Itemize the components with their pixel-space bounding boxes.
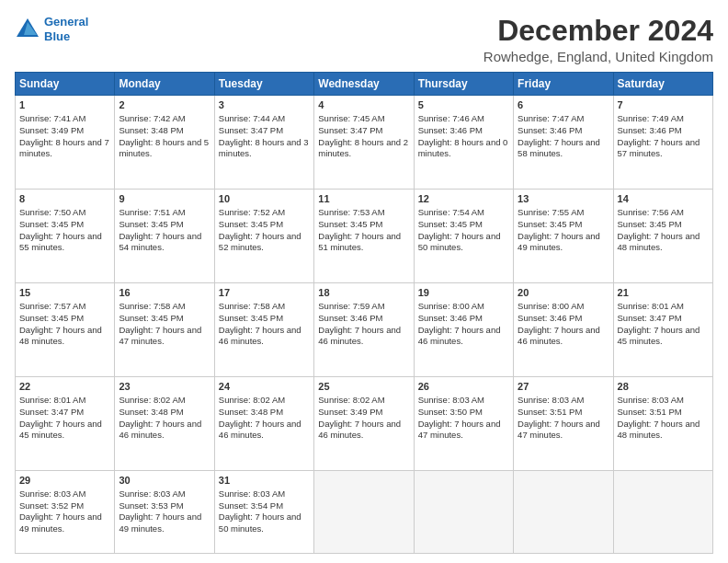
- daylight-text: Daylight: 7 hours and 58 minutes.: [518, 137, 600, 159]
- calendar-cell: [613, 471, 712, 554]
- daylight-text: Daylight: 8 hours and 2 minutes.: [318, 137, 408, 159]
- calendar-cell: 15Sunrise: 7:57 AMSunset: 3:45 PMDayligh…: [16, 283, 115, 377]
- calendar-cell: 7Sunrise: 7:49 AMSunset: 3:46 PMDaylight…: [613, 96, 712, 190]
- calendar-cell: 30Sunrise: 8:03 AMSunset: 3:53 PMDayligh…: [115, 471, 214, 554]
- sunset-text: Sunset: 3:48 PM: [219, 407, 283, 417]
- sunset-text: Sunset: 3:47 PM: [19, 407, 84, 417]
- calendar-cell: 5Sunrise: 7:46 AMSunset: 3:46 PMDaylight…: [414, 96, 513, 190]
- day-number: 28: [618, 380, 709, 394]
- calendar-cell: 21Sunrise: 8:01 AMSunset: 3:47 PMDayligh…: [613, 283, 712, 377]
- sunset-text: Sunset: 3:47 PM: [219, 125, 283, 135]
- day-number: 20: [518, 286, 609, 300]
- sunrise-text: Sunrise: 7:42 AM: [119, 113, 185, 123]
- day-number: 22: [19, 380, 110, 394]
- day-number: 24: [219, 380, 310, 394]
- sunset-text: Sunset: 3:51 PM: [618, 407, 682, 417]
- calendar-cell: [514, 471, 613, 554]
- daylight-text: Daylight: 8 hours and 0 minutes.: [418, 137, 508, 159]
- day-number: 29: [19, 474, 110, 488]
- day-number: 18: [318, 286, 409, 300]
- calendar-cell: 24Sunrise: 8:02 AMSunset: 3:48 PMDayligh…: [214, 377, 313, 471]
- sunset-text: Sunset: 3:47 PM: [318, 125, 382, 135]
- sunset-text: Sunset: 3:46 PM: [518, 313, 582, 323]
- daylight-text: Daylight: 8 hours and 5 minutes.: [119, 137, 209, 159]
- calendar-header-row: SundayMondayTuesdayWednesdayThursdayFrid…: [16, 73, 713, 96]
- sunrise-text: Sunrise: 7:59 AM: [318, 301, 384, 311]
- calendar-cell: 31Sunrise: 8:03 AMSunset: 3:54 PMDayligh…: [214, 471, 313, 554]
- week-row-3: 15Sunrise: 7:57 AMSunset: 3:45 PMDayligh…: [16, 283, 713, 377]
- day-number: 16: [119, 286, 210, 300]
- sunrise-text: Sunrise: 7:57 AM: [19, 301, 85, 311]
- daylight-text: Daylight: 8 hours and 7 minutes.: [19, 137, 109, 159]
- sunrise-text: Sunrise: 8:02 AM: [318, 395, 384, 405]
- daylight-text: Daylight: 7 hours and 47 minutes.: [119, 325, 201, 347]
- logo-line2: Blue: [44, 29, 70, 43]
- sunrise-text: Sunrise: 7:53 AM: [318, 207, 384, 217]
- sunrise-text: Sunrise: 7:50 AM: [19, 207, 85, 217]
- sunset-text: Sunset: 3:51 PM: [518, 407, 582, 417]
- column-header-friday: Friday: [514, 73, 613, 96]
- calendar-cell: 29Sunrise: 8:03 AMSunset: 3:52 PMDayligh…: [16, 471, 115, 554]
- daylight-text: Daylight: 7 hours and 46 minutes.: [219, 325, 301, 347]
- calendar-cell: 11Sunrise: 7:53 AMSunset: 3:45 PMDayligh…: [314, 190, 414, 283]
- sunrise-text: Sunrise: 8:03 AM: [618, 395, 684, 405]
- calendar-cell: 1Sunrise: 7:41 AMSunset: 3:49 PMDaylight…: [16, 96, 115, 190]
- calendar-cell: 20Sunrise: 8:00 AMSunset: 3:46 PMDayligh…: [514, 283, 613, 377]
- sunset-text: Sunset: 3:48 PM: [119, 125, 183, 135]
- day-number: 23: [119, 380, 210, 394]
- sunset-text: Sunset: 3:45 PM: [618, 219, 682, 229]
- sunset-text: Sunset: 3:45 PM: [119, 313, 183, 323]
- day-number: 2: [119, 98, 210, 112]
- calendar-cell: 13Sunrise: 7:55 AMSunset: 3:45 PMDayligh…: [514, 190, 613, 283]
- day-number: 10: [219, 192, 310, 206]
- sunrise-text: Sunrise: 8:00 AM: [418, 301, 484, 311]
- page: General Blue December 2024 Rowhedge, Eng…: [0, 0, 728, 563]
- sunset-text: Sunset: 3:45 PM: [318, 219, 382, 229]
- sunset-text: Sunset: 3:45 PM: [219, 219, 283, 229]
- calendar-cell: 25Sunrise: 8:02 AMSunset: 3:49 PMDayligh…: [314, 377, 414, 471]
- day-number: 19: [418, 286, 509, 300]
- daylight-text: Daylight: 7 hours and 48 minutes.: [19, 325, 102, 347]
- logo-text: General Blue: [44, 15, 88, 43]
- daylight-text: Daylight: 7 hours and 46 minutes.: [318, 325, 401, 347]
- daylight-text: Daylight: 7 hours and 46 minutes.: [119, 419, 201, 441]
- day-number: 9: [119, 192, 210, 206]
- daylight-text: Daylight: 7 hours and 51 minutes.: [318, 231, 401, 253]
- day-number: 13: [518, 192, 609, 206]
- sunset-text: Sunset: 3:46 PM: [418, 125, 483, 135]
- day-number: 27: [518, 380, 609, 394]
- calendar-cell: 22Sunrise: 8:01 AMSunset: 3:47 PMDayligh…: [16, 377, 115, 471]
- calendar-cell: 8Sunrise: 7:50 AMSunset: 3:45 PMDaylight…: [16, 190, 115, 283]
- sunrise-text: Sunrise: 7:56 AM: [618, 207, 684, 217]
- column-header-saturday: Saturday: [613, 73, 712, 96]
- daylight-text: Daylight: 7 hours and 46 minutes.: [518, 325, 600, 347]
- day-number: 31: [219, 474, 310, 488]
- calendar-cell: 4Sunrise: 7:45 AMSunset: 3:47 PMDaylight…: [314, 96, 414, 190]
- daylight-text: Daylight: 8 hours and 3 minutes.: [219, 137, 309, 159]
- sunrise-text: Sunrise: 7:52 AM: [219, 207, 285, 217]
- logo: General Blue: [15, 15, 88, 43]
- sunset-text: Sunset: 3:45 PM: [418, 219, 483, 229]
- sunset-text: Sunset: 3:49 PM: [318, 407, 382, 417]
- sunset-text: Sunset: 3:45 PM: [19, 219, 84, 229]
- daylight-text: Daylight: 7 hours and 52 minutes.: [219, 231, 301, 253]
- day-number: 15: [19, 286, 110, 300]
- sunrise-text: Sunrise: 8:03 AM: [119, 488, 185, 499]
- sunrise-text: Sunrise: 8:01 AM: [618, 301, 684, 311]
- day-number: 7: [618, 98, 709, 112]
- sunset-text: Sunset: 3:45 PM: [518, 219, 582, 229]
- calendar-cell: 16Sunrise: 7:58 AMSunset: 3:45 PMDayligh…: [115, 283, 214, 377]
- sunset-text: Sunset: 3:46 PM: [618, 125, 682, 135]
- sunset-text: Sunset: 3:50 PM: [418, 407, 483, 417]
- sunrise-text: Sunrise: 8:03 AM: [219, 488, 285, 499]
- sunrise-text: Sunrise: 7:45 AM: [318, 113, 384, 123]
- sunrise-text: Sunrise: 7:44 AM: [219, 113, 285, 123]
- calendar-cell: 3Sunrise: 7:44 AMSunset: 3:47 PMDaylight…: [214, 96, 313, 190]
- daylight-text: Daylight: 7 hours and 54 minutes.: [119, 231, 201, 253]
- calendar-cell: 12Sunrise: 7:54 AMSunset: 3:45 PMDayligh…: [414, 190, 513, 283]
- sunrise-text: Sunrise: 8:02 AM: [119, 395, 185, 405]
- sunrise-text: Sunrise: 8:00 AM: [518, 301, 584, 311]
- calendar-cell: [414, 471, 513, 554]
- logo-line1: General: [44, 15, 88, 29]
- calendar-cell: [314, 471, 414, 554]
